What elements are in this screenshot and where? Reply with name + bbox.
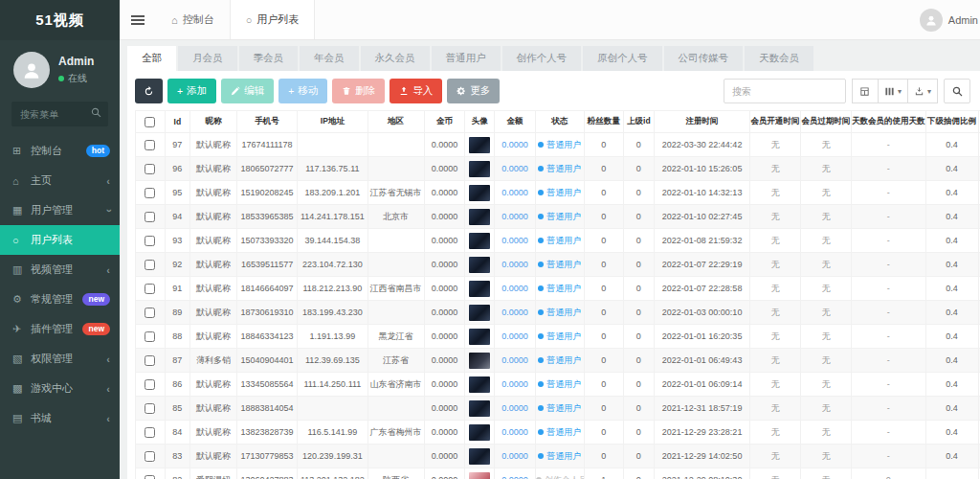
refresh-button[interactable] (135, 79, 163, 103)
user-avatar-thumbnail[interactable] (469, 257, 490, 273)
navbar-user[interactable]: Admin (920, 0, 980, 39)
user-avatar-thumbnail[interactable] (469, 137, 490, 153)
cell-amount: 0.0000 (495, 253, 536, 277)
export-dropdown-button[interactable]: ▾ (907, 79, 938, 103)
row-checkbox[interactable] (145, 379, 155, 390)
amount-link[interactable]: 0.0000 (501, 164, 528, 173)
row-checkbox[interactable] (145, 212, 155, 222)
row-checkbox[interactable] (145, 427, 155, 438)
row-checkbox[interactable] (145, 140, 155, 150)
columns-dropdown-button[interactable]: ▾ (878, 79, 908, 103)
user-avatar-thumbnail[interactable] (469, 329, 490, 345)
filter-tab-2[interactable]: 季会员 (239, 46, 299, 71)
row-checkbox[interactable] (145, 308, 155, 318)
filter-tab-1[interactable]: 月会员 (178, 46, 237, 71)
filter-tab-5[interactable]: 普通用户 (432, 46, 501, 71)
amount-link[interactable]: 0.0000 (501, 451, 528, 461)
sidebar-item-user-list[interactable]: ○用户列表 (0, 225, 120, 255)
table-search-input[interactable] (724, 79, 846, 103)
row-checkbox[interactable] (145, 236, 155, 246)
column-header-0: Id (165, 111, 190, 133)
import-button[interactable]: 导入 (390, 79, 442, 103)
dashboard-icon: ⊞ (12, 145, 31, 157)
row-checkbox[interactable] (145, 260, 155, 270)
user-avatar-thumbnail[interactable] (469, 209, 490, 225)
toggle-table-button[interactable] (852, 79, 879, 103)
user-avatar-thumbnail[interactable] (469, 448, 490, 465)
amount-link[interactable]: 0.0000 (501, 403, 528, 413)
cell-reg_time: 2022-03-30 22:44:42 (655, 133, 750, 157)
sidebar-item-label: 书城 (31, 411, 106, 425)
table-icon (859, 86, 870, 97)
amount-link[interactable]: 0.0000 (501, 188, 528, 197)
user-avatar-thumbnail[interactable] (469, 161, 490, 177)
user-avatar-thumbnail[interactable] (469, 424, 490, 441)
amount-link[interactable]: 0.0000 (501, 379, 528, 389)
move-button[interactable]: +移动 (278, 79, 327, 103)
sidebar-item-video-mgmt[interactable]: ▥视频管理‹ (0, 255, 120, 285)
amount-link[interactable]: 0.0000 (501, 308, 528, 317)
amount-link[interactable]: 0.0000 (501, 260, 528, 269)
filter-tab-7[interactable]: 原创个人号 (583, 46, 662, 71)
user-avatar-thumbnail[interactable] (469, 281, 490, 297)
row-checkbox[interactable] (145, 451, 155, 462)
filter-tab-6[interactable]: 创作个人号 (502, 46, 582, 71)
toolbar: +添加 编辑 +移动 删除 导入 更多 (135, 79, 980, 103)
sidebar-item-user-mgmt[interactable]: ▦用户管理‹ (0, 195, 120, 225)
delete-button[interactable]: 删除 (332, 79, 385, 103)
filter-tab-0[interactable]: 全部 (127, 46, 176, 71)
user-avatar-thumbnail[interactable] (469, 400, 490, 417)
user-avatar-thumbnail[interactable] (469, 305, 490, 321)
nav-tab-user-list[interactable]: ○用户列表 (230, 0, 316, 39)
user-avatar-thumbnail[interactable] (469, 233, 490, 249)
cell-ip: 111.14.250.111 (298, 373, 368, 397)
amount-link[interactable]: 0.0000 (501, 140, 528, 149)
cell-vip_start: 无 (750, 445, 801, 468)
sidebar-item-label: 游戏中心 (31, 381, 106, 396)
sidebar-item-console[interactable]: ⊞控制台hot (0, 136, 120, 166)
filter-tab-3[interactable]: 年会员 (300, 46, 359, 71)
table-row: 92默认昵称16539511577223.104.72.1300.00000.0… (136, 253, 980, 277)
more-button[interactable]: 更多 (447, 79, 500, 103)
user-avatar-thumbnail[interactable] (469, 472, 490, 479)
amount-link[interactable]: 0.0000 (501, 475, 528, 479)
sidebar-item-bookstore[interactable]: ▤书城‹ (0, 403, 120, 433)
cell-region: 北京市 (368, 205, 424, 229)
sidebar-item-permission-mgmt[interactable]: ▧权限管理‹ (0, 344, 120, 374)
sidebar-item-game-center[interactable]: ▩游戏中心‹ (0, 374, 120, 403)
row-checkbox[interactable] (145, 164, 155, 174)
filter-tab-4[interactable]: 永久会员 (361, 46, 430, 71)
amount-link[interactable]: 0.0000 (501, 236, 528, 245)
user-avatar-thumbnail[interactable] (469, 353, 490, 369)
row-checkbox[interactable] (145, 284, 155, 294)
amount-link[interactable]: 0.0000 (501, 355, 528, 365)
cell-fans: 0 (584, 157, 623, 181)
cell-ip: 114.241.178.151 (298, 205, 368, 229)
cell-avatar (465, 277, 495, 301)
row-checkbox[interactable] (145, 475, 155, 479)
sidebar-item-home[interactable]: ⌂主页‹ (0, 166, 120, 195)
filter-tab-9[interactable]: 天数会员 (745, 46, 813, 71)
select-all-checkbox[interactable] (145, 117, 155, 127)
amount-link[interactable]: 0.0000 (501, 212, 528, 221)
cell-vip_end: 无 (801, 421, 852, 445)
row-checkbox[interactable] (145, 331, 155, 342)
cell-id: 94 (165, 205, 190, 229)
add-button[interactable]: +添加 (167, 79, 216, 103)
row-checkbox[interactable] (145, 403, 155, 414)
user-avatar-thumbnail[interactable] (469, 185, 490, 201)
nav-tab-console[interactable]: ⌂控制台 (156, 0, 230, 39)
hamburger-menu-icon[interactable] (120, 0, 156, 39)
amount-link[interactable]: 0.0000 (501, 331, 528, 341)
sidebar-item-plugin-mgmt[interactable]: ✈插件管理new (0, 314, 120, 344)
amount-link[interactable]: 0.0000 (501, 284, 528, 293)
edit-button[interactable]: 编辑 (221, 79, 274, 103)
row-checkbox[interactable] (145, 188, 155, 198)
sidebar-item-general-mgmt[interactable]: ⚙常规管理new (0, 285, 120, 314)
user-avatar-thumbnail[interactable] (469, 376, 490, 393)
cell-fans: 0 (584, 229, 623, 253)
row-checkbox[interactable] (145, 355, 155, 366)
filter-tab-8[interactable]: 公司传媒号 (664, 46, 744, 71)
search-button[interactable] (944, 79, 970, 103)
amount-link[interactable]: 0.0000 (501, 427, 528, 437)
